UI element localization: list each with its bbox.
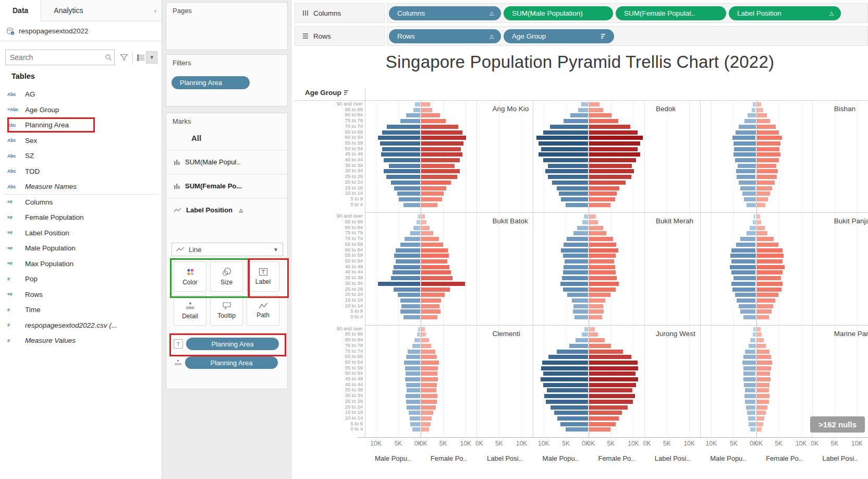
male-population-bar[interactable] (406, 400, 421, 404)
male-population-bar[interactable] (745, 400, 756, 404)
male-population-bar[interactable] (560, 282, 588, 286)
search-box[interactable] (5, 50, 115, 65)
male-population-bar[interactable] (577, 226, 588, 230)
male-population-bar[interactable] (543, 372, 588, 376)
female-population-bar[interactable] (589, 332, 598, 337)
male-population-bar[interactable] (582, 332, 588, 337)
male-population-bar[interactable] (391, 276, 420, 280)
female-population-bar[interactable] (757, 113, 767, 117)
male-population-bar[interactable] (572, 298, 588, 303)
male-population-bar[interactable] (733, 276, 756, 280)
field-item-ag[interactable]: AbcAG (0, 87, 162, 102)
male-population-bar[interactable] (541, 147, 588, 151)
male-population-bar[interactable] (730, 265, 756, 269)
female-population-bar[interactable] (421, 259, 447, 264)
female-population-bar[interactable] (421, 270, 451, 274)
male-population-bar[interactable] (405, 366, 420, 370)
female-population-bar[interactable] (421, 276, 453, 280)
male-population-bar[interactable] (569, 344, 588, 348)
female-population-bar[interactable] (757, 327, 761, 331)
field-item-max-population[interactable]: =#Max Population (0, 256, 162, 272)
male-population-bar[interactable] (409, 411, 420, 415)
female-population-bar[interactable] (589, 254, 616, 258)
male-population-bar[interactable] (378, 282, 421, 286)
male-population-bar[interactable] (730, 254, 755, 258)
field-item-pop[interactable]: #Pop (0, 271, 162, 287)
male-population-bar[interactable] (742, 191, 756, 196)
female-population-bar[interactable] (589, 304, 603, 308)
female-population-bar[interactable] (589, 243, 617, 247)
female-population-bar[interactable] (421, 405, 436, 410)
male-population-bar[interactable] (561, 197, 588, 201)
male-population-bar[interactable] (578, 108, 588, 112)
female-population-bar[interactable] (589, 231, 607, 235)
male-population-bar[interactable] (400, 243, 421, 247)
male-population-bar[interactable] (567, 237, 588, 241)
field-item-male-population[interactable]: =#Male Population (0, 241, 162, 256)
male-population-bar[interactable] (413, 226, 420, 230)
male-population-bar[interactable] (747, 203, 755, 207)
female-population-bar[interactable] (757, 214, 760, 219)
male-population-bar[interactable] (574, 315, 588, 319)
female-population-bar[interactable] (589, 416, 619, 421)
male-population-bar[interactable] (744, 394, 756, 398)
female-population-bar[interactable] (757, 102, 762, 106)
female-population-bar[interactable] (421, 416, 432, 421)
female-population-bar[interactable] (421, 113, 440, 117)
male-population-bar[interactable] (406, 372, 420, 376)
male-population-bar[interactable] (417, 332, 420, 337)
male-population-bar[interactable] (750, 226, 756, 230)
female-population-bar[interactable] (757, 293, 778, 297)
marks-pill-planning-area[interactable]: Planning Area (186, 338, 279, 350)
male-population-bar[interactable] (584, 327, 588, 331)
female-population-bar[interactable] (421, 350, 435, 354)
female-population-bar[interactable] (757, 315, 769, 319)
male-population-bar[interactable] (418, 327, 420, 331)
female-population-bar[interactable] (421, 175, 457, 179)
female-population-bar[interactable] (421, 327, 425, 331)
male-population-bar[interactable] (384, 158, 421, 162)
female-population-bar[interactable] (589, 197, 615, 201)
female-population-bar[interactable] (757, 338, 764, 342)
female-population-bar[interactable] (589, 405, 628, 410)
male-population-bar[interactable] (396, 248, 420, 253)
pill-sum-female-populat[interactable]: SUM(Female Populat.. (616, 6, 726, 20)
female-population-bar[interactable] (757, 259, 783, 264)
female-population-bar[interactable] (589, 125, 630, 129)
datasource-row[interactable]: respopagesextod2022 (0, 21, 162, 41)
female-population-bar[interactable] (757, 108, 763, 112)
female-population-bar[interactable] (589, 226, 603, 230)
rows-shelf[interactable]: Rows△Age Group (387, 26, 868, 46)
female-population-bar[interactable] (589, 147, 638, 151)
female-population-bar[interactable] (757, 226, 765, 230)
female-population-bar[interactable] (421, 332, 426, 337)
view-as-list-icon[interactable] (137, 54, 145, 61)
female-population-bar[interactable] (757, 411, 766, 415)
field-item-age-group[interactable]: =AbcAge Group (0, 102, 162, 118)
male-population-bar[interactable] (391, 181, 420, 185)
male-population-bar[interactable] (380, 141, 420, 146)
female-population-bar[interactable] (589, 248, 618, 253)
male-population-bar[interactable] (394, 186, 420, 190)
female-population-bar[interactable] (421, 108, 432, 112)
female-population-bar[interactable] (589, 411, 622, 415)
female-population-bar[interactable] (421, 377, 438, 381)
male-population-bar[interactable] (565, 259, 588, 264)
female-population-bar[interactable] (421, 288, 450, 292)
male-population-bar[interactable] (736, 130, 756, 135)
columns-shelf[interactable]: Columns△SUM(Male Population)SUM(Female P… (387, 3, 868, 23)
female-population-bar[interactable] (421, 186, 446, 190)
male-population-bar[interactable] (731, 282, 755, 286)
female-population-bar[interactable] (421, 214, 425, 219)
male-population-bar[interactable] (382, 130, 420, 135)
female-population-bar[interactable] (589, 282, 619, 286)
female-population-bar[interactable] (757, 388, 769, 392)
female-population-bar[interactable] (421, 226, 430, 230)
filter-pill-planning-area[interactable]: Planning Area (172, 76, 250, 89)
female-population-bar[interactable] (757, 175, 777, 179)
male-population-bar[interactable] (541, 377, 588, 381)
female-population-bar[interactable] (421, 231, 433, 235)
marks-all-row[interactable]: All (166, 125, 287, 150)
pill-columns[interactable]: Columns△ (389, 6, 501, 20)
male-population-bar[interactable] (566, 203, 588, 207)
